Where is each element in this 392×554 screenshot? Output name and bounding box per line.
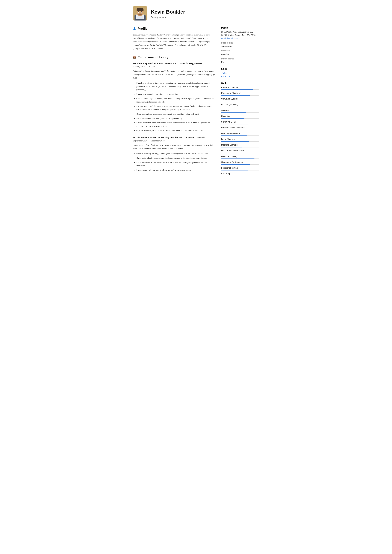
skill-name: Conveyor Systems <box>221 97 259 100</box>
job-2-title: Textile Factory Worker at Borning Textil… <box>133 136 215 140</box>
list-item: Fetch tools such as needle threaders, sc… <box>136 161 215 168</box>
links-section: Links Twitter Facebook <box>221 67 259 78</box>
skill-name: Health and Safety <box>221 155 259 158</box>
skill-bar-bg <box>221 141 259 142</box>
employment-icon: 💼 <box>133 55 136 59</box>
skills-title: Skills <box>221 82 259 85</box>
job-entry-1: Food Factory Worker at ABC Sweets and Co… <box>133 62 215 132</box>
skill-bar-bg <box>221 130 259 130</box>
skill-item: Health and Safety <box>221 155 259 159</box>
skill-bar-bg <box>221 95 259 96</box>
skill-name: Checking <box>221 172 259 175</box>
svg-rect-11 <box>138 11 139 12</box>
list-item: Carry material pallets containing fabric… <box>136 156 215 160</box>
links-title: Links <box>221 67 259 70</box>
avatar <box>133 6 147 21</box>
skill-bar-bg <box>221 170 259 170</box>
skill-bar-bg <box>221 89 259 90</box>
list-item: Prepare raw materials for mixing and pro… <box>136 92 215 96</box>
nationality-label: Nationality <box>221 49 259 52</box>
main-layout: 👤 Profile Task driven and methodical Fac… <box>133 26 259 180</box>
svg-point-10 <box>141 12 142 13</box>
list-item: Signal co-workers to guide them regardin… <box>136 81 215 91</box>
skill-item: Cleanroom Environment <box>221 161 259 165</box>
person-job-title: Factory Worker <box>151 16 185 19</box>
job-2-dates: September 2016 — December 2018 <box>133 140 215 142</box>
skill-bar-fill <box>221 112 246 113</box>
skill-name: Lathe Machine <box>221 138 259 141</box>
driving-license-label: Driving license <box>221 57 259 60</box>
skill-bar-fill <box>221 170 248 170</box>
skill-item: Functional Testing <box>221 166 259 171</box>
skill-item: Skimming Gears <box>221 120 259 125</box>
employment-section: 💼 Employment History Food Factory Worker… <box>133 55 215 172</box>
job-1-dates: January 2019 — Present <box>133 65 215 68</box>
skill-bar-fill <box>221 107 252 107</box>
details-address: 1515 Pacific Ave, Los Angeles, CA 90291,… <box>221 30 259 37</box>
resume-header: Kevin Boulder Factory Worker <box>133 6 259 21</box>
svg-rect-12 <box>141 11 142 12</box>
skill-bar-fill <box>221 124 249 124</box>
skill-bar-bg <box>221 153 259 153</box>
list-item: Operate looming, knitting, braiding and … <box>136 152 215 155</box>
details-email[interactable]: email@email.com <box>221 37 238 39</box>
skill-item: Machine Learning <box>221 143 259 147</box>
skills-section: Skills Production Methods Processing Mac… <box>221 82 259 176</box>
skill-name: Functional Testing <box>221 166 259 169</box>
job-1-desc: Enhanced the finished product's quality … <box>133 69 215 80</box>
skill-bar-fill <box>221 164 250 165</box>
skill-bar-fill <box>221 141 249 142</box>
skill-bar-bg <box>221 101 259 101</box>
skill-item: Welding <box>221 109 259 113</box>
skill-name: Preventative Maintenance <box>221 126 259 129</box>
job-1-title: Food Factory Worker at ABC Sweets and Co… <box>133 62 215 65</box>
profile-section-title: 👤 Profile <box>133 26 215 31</box>
skill-bar-bg <box>221 112 259 113</box>
skill-bar-bg <box>221 118 259 119</box>
left-column: 👤 Profile Task driven and methodical Fac… <box>133 26 215 180</box>
skill-bar-bg <box>221 159 259 159</box>
skill-bar-fill <box>221 101 248 101</box>
skill-bar-bg <box>221 124 259 124</box>
list-item: Operate machinery such as slicers and cu… <box>136 129 215 132</box>
skill-name: Cleanroom Environment <box>221 161 259 164</box>
skill-bar-fill <box>221 118 244 119</box>
list-item: Conduct minor repairs to equipment and m… <box>136 97 215 104</box>
link-twitter[interactable]: Twitter <box>221 71 259 75</box>
skill-name: Production Methods <box>221 86 259 89</box>
svg-point-13 <box>140 13 140 14</box>
skill-name: Deep Sanitation Practices <box>221 149 259 152</box>
skill-bar-fill <box>221 153 252 153</box>
profile-section: 👤 Profile Task driven and methodical Fac… <box>133 26 215 50</box>
skill-bar-fill <box>221 135 247 136</box>
skills-list: Production Methods Processing Machinery … <box>221 86 259 176</box>
skill-item: Soldering <box>221 114 259 119</box>
skill-bar-fill <box>221 147 242 147</box>
skill-item: Checking <box>221 172 259 176</box>
skill-item: Deep Sanitation Practices <box>221 149 259 153</box>
job-2-desc: Decreased machine shutdown cycles by 40%… <box>133 143 215 150</box>
skill-item: Production Methods <box>221 86 259 90</box>
skill-bar-bg <box>221 107 259 107</box>
skill-name: Machine Learning <box>221 143 259 147</box>
place-of-birth-label: Place of birth <box>221 42 259 44</box>
skill-name: Processing Machinery <box>221 91 259 95</box>
right-column: Details 1515 Pacific Ave, Los Angeles, C… <box>221 26 259 180</box>
skill-name: Soldering <box>221 114 259 118</box>
employment-section-title: 💼 Employment History <box>133 55 215 60</box>
skill-item: Conveyor Systems <box>221 97 259 102</box>
driving-license-value: Full <box>221 61 259 64</box>
link-facebook[interactable]: Facebook <box>221 75 259 78</box>
skill-item: Direct Feed Machine <box>221 132 259 136</box>
skill-name: Skimming Gears <box>221 120 259 124</box>
list-item: Clean and sanitize work areas, equipment… <box>136 112 215 116</box>
skill-item: Preventative Maintenance <box>221 126 259 130</box>
list-item: Position spouts and chutes of raw materi… <box>136 105 215 111</box>
skill-item: Lathe Machine <box>221 138 259 142</box>
header-info: Kevin Boulder Factory Worker <box>151 8 185 19</box>
skill-name: Welding <box>221 109 259 112</box>
skill-bar-fill <box>221 159 254 159</box>
skill-bar-fill <box>221 176 253 176</box>
profile-text: Task driven and methodical Factory Worke… <box>133 33 215 50</box>
job-entry-2: Textile Factory Worker at Borning Textil… <box>133 136 215 172</box>
